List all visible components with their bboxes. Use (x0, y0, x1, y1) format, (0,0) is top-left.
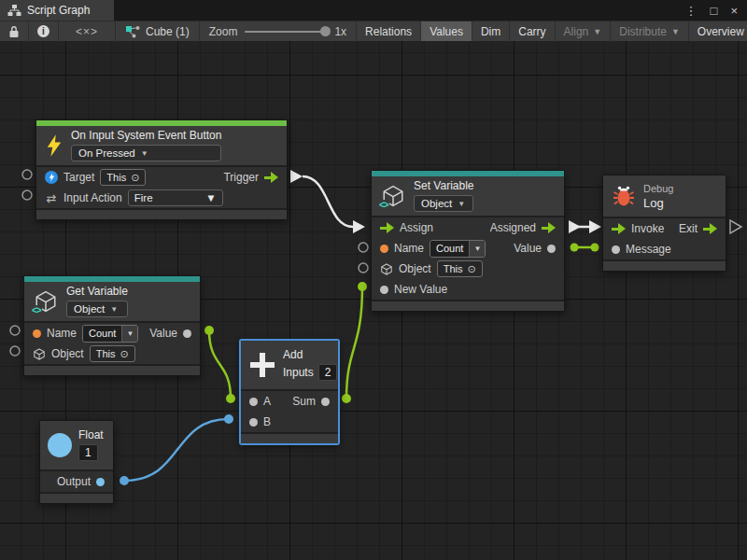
float-value-field[interactable]: 1 (78, 444, 98, 461)
object-chip[interactable]: This⊙ (90, 345, 135, 362)
a-input-port[interactable] (249, 398, 258, 406)
value-output-port[interactable] (183, 329, 191, 338)
distribute-dropdown[interactable]: Distribute▼ (610, 21, 688, 41)
event-external-ports[interactable] (22, 170, 32, 200)
name-label: Name (47, 327, 77, 340)
node-add[interactable]: Add Inputs 2 A Sum B (240, 340, 339, 444)
trigger-output-port[interactable] (264, 172, 278, 183)
lock-button[interactable] (0, 21, 29, 41)
float-icon (48, 433, 72, 457)
overview-button[interactable]: Overview (688, 21, 747, 41)
exit-output-port[interactable] (703, 223, 717, 234)
node-title: Get Variable (66, 286, 128, 298)
zoom-control: Zoom 1x (200, 21, 356, 41)
target-object-chip[interactable]: This⊙ (100, 169, 146, 186)
event-mode-dropdown[interactable]: On Pressed▼ (71, 145, 221, 161)
object-picker-icon[interactable]: ⊙ (120, 347, 128, 360)
output-port[interactable] (96, 478, 105, 486)
getvariable-external-ports[interactable] (10, 326, 20, 356)
window-menu-button[interactable]: ⋮ (685, 4, 698, 18)
node-title: Float (78, 429, 104, 441)
name-row: Name Count ▼ Value (24, 323, 200, 343)
object-chip[interactable]: This⊙ (437, 260, 483, 277)
a-row: A Sum (241, 391, 338, 412)
node-footer (24, 364, 200, 375)
wire-getvalue-to-addA[interactable] (204, 326, 235, 403)
assigned-output-port[interactable] (542, 222, 556, 233)
value-label: Value (149, 327, 177, 340)
tab-title: Script Graph (27, 4, 90, 17)
object-label: Object (399, 262, 431, 275)
new-value-row: New Value (372, 279, 564, 300)
assigned-label: Assigned (490, 221, 536, 234)
zoom-slider-handle[interactable] (320, 26, 331, 36)
node-set-variable[interactable]: <> Set Variable Object▼ Assign Assigned … (371, 170, 565, 312)
name-label: Name (394, 242, 424, 255)
node-footer (241, 432, 338, 443)
message-input-port[interactable] (612, 245, 620, 254)
inputs-count-field[interactable]: 2 (318, 364, 338, 381)
name-input-port[interactable] (33, 329, 41, 338)
graph-target-breadcrumb[interactable]: Cube (1) (116, 21, 200, 41)
tab-script-graph[interactable]: Script Graph (0, 0, 114, 21)
align-dropdown[interactable]: Align▼ (555, 21, 611, 41)
node-on-input-system-event[interactable]: On Input System Event Button On Pressed▼… (35, 119, 288, 220)
carry-toggle[interactable]: Carry (509, 21, 554, 41)
sum-output-port[interactable] (321, 398, 330, 406)
input-action-row: ⇄ Input Action Fire▼ (36, 188, 287, 208)
a-label: A (263, 395, 271, 408)
name-dropdown[interactable]: Count ▼ (430, 240, 486, 258)
wire-sum-to-newvalue[interactable] (342, 282, 367, 403)
node-get-variable[interactable]: <> Get Variable Object▼ Name Count ▼ Val… (23, 275, 201, 376)
b-row: B (241, 412, 338, 432)
node-debug-log[interactable]: Debug Log Invoke Exit Message (602, 175, 726, 272)
input-action-label: Input Action (63, 191, 122, 204)
code-preview-button[interactable]: <×> (59, 21, 116, 41)
object-picker-icon[interactable]: ⊙ (467, 262, 475, 275)
assign-input-port[interactable] (380, 222, 394, 233)
script-graph-icon (7, 4, 21, 17)
zoom-value: 1x (334, 25, 346, 38)
output-row: Output (40, 471, 113, 492)
graph-icon (125, 25, 140, 38)
maximize-button[interactable]: □ (711, 4, 718, 18)
wire-float-to-addB[interactable] (120, 414, 233, 485)
relations-toggle[interactable]: Relations (356, 21, 420, 41)
wire-trigger-to-assign[interactable] (290, 170, 365, 233)
close-button[interactable]: × (730, 4, 738, 18)
value-label: Value (514, 242, 542, 255)
input-action-select[interactable]: Fire▼ (128, 189, 223, 206)
invoke-input-port[interactable] (612, 223, 626, 234)
name-dropdown[interactable]: Count ▼ (82, 325, 138, 343)
variable-kind-dropdown[interactable]: Object▼ (414, 195, 473, 212)
variable-brackets-icon: <> (378, 200, 389, 210)
new-value-input-port[interactable] (380, 286, 388, 294)
object-picker-icon[interactable]: ⊙ (131, 171, 139, 184)
node-title: On Input System Event Button (71, 130, 221, 142)
wire-value-to-message[interactable] (571, 244, 599, 252)
setvariable-external-ports[interactable] (359, 243, 368, 273)
trigger-label: Trigger (223, 171, 259, 184)
dim-toggle[interactable]: Dim (472, 21, 509, 41)
node-header: Float 1 (40, 421, 113, 469)
value-output-port[interactable] (547, 245, 556, 253)
node-float[interactable]: Float 1 Output (39, 420, 114, 504)
b-label: B (263, 415, 271, 428)
message-row: Message (603, 239, 726, 259)
object-row: Object This⊙ (372, 259, 564, 279)
new-value-label: New Value (394, 283, 447, 296)
info-button[interactable]: i (29, 21, 59, 41)
values-toggle[interactable]: Values (420, 21, 472, 41)
variable-kind-dropdown[interactable]: Object▼ (66, 301, 128, 317)
name-input-port[interactable] (380, 245, 388, 253)
zoom-slider[interactable] (245, 31, 327, 33)
node-title: Log (643, 197, 673, 209)
graph-target-label: Cube (1) (146, 25, 190, 38)
inputs-label: Inputs (283, 367, 314, 379)
assign-label: Assign (400, 221, 433, 234)
b-input-port[interactable] (249, 418, 258, 427)
graph-canvas[interactable]: On Input System Event Button On Pressed▼… (0, 41, 747, 560)
debug-exit-external-port[interactable] (730, 220, 741, 233)
invoke-label: Invoke (631, 222, 664, 235)
wire-assigned-to-invoke[interactable] (569, 220, 601, 233)
